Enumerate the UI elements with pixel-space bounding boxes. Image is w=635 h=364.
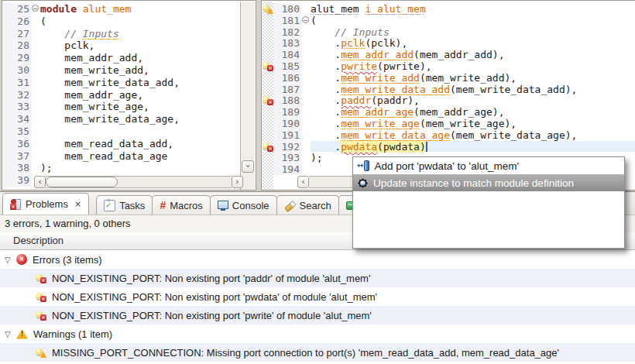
code-token: alut_mem bbox=[83, 3, 132, 15]
code-line-187[interactable]: 187 .mem_write_data_add(mem_write_data_a… bbox=[263, 84, 635, 95]
code-token: mem_write_data_age bbox=[341, 129, 450, 141]
code-line-35[interactable]: 35 bbox=[3, 125, 242, 138]
line-number: 32 bbox=[3, 89, 32, 101]
code-text: mem_read_data_add, bbox=[40, 138, 242, 150]
tab-macros[interactable]: #Macros bbox=[152, 195, 210, 215]
expander-icon[interactable]: ▽ bbox=[5, 330, 16, 338]
scroll-left-button[interactable]: ‹ bbox=[297, 176, 309, 188]
code-line-26[interactable]: 26( bbox=[3, 15, 242, 28]
add-port-icon: ↔ bbox=[357, 160, 369, 171]
quickfix-error-marker-icon[interactable]: × bbox=[263, 95, 273, 105]
error-badge-icon: × bbox=[267, 65, 273, 71]
left-editor-horizontal-scrollbar[interactable]: ‹ › bbox=[34, 176, 243, 188]
fold-column bbox=[302, 118, 311, 129]
code-token: Inputs bbox=[83, 28, 119, 39]
warning-badge-icon bbox=[267, 8, 273, 14]
gutter-annotation bbox=[263, 72, 273, 84]
tab-tasks[interactable]: ✓Tasks bbox=[96, 195, 153, 215]
quickfix-warning-marker-icon[interactable] bbox=[263, 4, 273, 14]
code-line-184[interactable]: 184 .mem_addr_add(mem_addr_add), bbox=[263, 49, 635, 60]
code-text: mem_read_data_age bbox=[40, 150, 242, 163]
line-number: 33 bbox=[3, 101, 32, 113]
expander-icon[interactable]: ▽ bbox=[5, 256, 16, 264]
code-line-192[interactable]: ×192 .pwdata(pwdata) bbox=[263, 141, 635, 153]
code-line-28[interactable]: 28 pclk, bbox=[3, 39, 242, 52]
code-line-27[interactable]: 27 // Inputs bbox=[3, 28, 242, 40]
code-line-190[interactable]: 190 .mem_write_age(mem_write_age), bbox=[263, 118, 635, 129]
code-line-191[interactable]: 191 .mem_write_data_age(mem_write_data_a… bbox=[263, 129, 635, 141]
module-definition-code[interactable]: 25−module alut_mem26(27 // Inputs28 pclk… bbox=[3, 2, 242, 189]
code-token: ( bbox=[40, 15, 46, 27]
fold-column bbox=[302, 3, 311, 15]
problems-group-row[interactable]: ▽!Warnings (1 item) bbox=[0, 325, 635, 343]
code-token: module bbox=[40, 3, 77, 15]
code-line-180[interactable]: 180alut_mem i_alut_mem bbox=[263, 3, 635, 15]
code-text: .mem_write_add(mem_write_add), bbox=[311, 72, 635, 84]
code-line-185[interactable]: ×185 .pwrite(pwrite), bbox=[263, 60, 635, 72]
problems-item-row[interactable]: ×NON_EXISTING_PORT: Non existing port 'p… bbox=[0, 269, 635, 287]
code-line-32[interactable]: 32 mem_addr_age, bbox=[3, 89, 242, 101]
code-line-189[interactable]: 189 .mem_addr_age(mem_addr_age), bbox=[263, 106, 635, 118]
code-text: ); bbox=[40, 162, 242, 174]
tab-search[interactable]: Search bbox=[276, 195, 339, 215]
fold-column bbox=[32, 64, 40, 77]
code-line-29[interactable]: 29 mem_addr_add, bbox=[3, 52, 242, 64]
code-token: paddr bbox=[341, 94, 371, 106]
quickfix-error-marker-icon[interactable]: × bbox=[263, 142, 273, 152]
code-token: // bbox=[64, 28, 82, 39]
code-token: ( bbox=[311, 15, 317, 26]
problems-group-row[interactable]: ▽×Errors (3 items) bbox=[0, 250, 635, 269]
code-line-31[interactable]: 31 mem_write_data_add, bbox=[3, 77, 242, 89]
scroll-down-button[interactable]: › bbox=[242, 160, 254, 173]
quickfix-error-marker-icon: × bbox=[36, 292, 46, 302]
code-line-181[interactable]: 181−( bbox=[263, 15, 635, 26]
code-token: ); bbox=[40, 162, 53, 173]
quickfix-error-marker-icon[interactable]: × bbox=[263, 61, 273, 71]
scroll-right-button[interactable]: › bbox=[232, 176, 243, 188]
scrollbar-thumb[interactable] bbox=[46, 177, 118, 187]
close-icon[interactable]: × bbox=[74, 199, 81, 209]
code-line-182[interactable]: 182 // Inputs bbox=[263, 26, 635, 38]
code-line-25[interactable]: 25−module alut_mem bbox=[3, 3, 242, 15]
problems-item-row[interactable]: ×NON_EXISTING_PORT: Non existing port 'p… bbox=[0, 287, 635, 306]
quickfix-label: Update instance to match module definiti… bbox=[373, 177, 574, 189]
fold-column bbox=[302, 60, 311, 72]
scroll-left-button[interactable]: ‹ bbox=[34, 176, 46, 188]
problems-item-row[interactable]: ×NON_EXISTING_PORT: Non existing port 'p… bbox=[0, 306, 635, 325]
fold-collapse-icon[interactable]: − bbox=[302, 16, 309, 23]
code-line-188[interactable]: ×188 .paddr(paddr), bbox=[263, 94, 635, 106]
code-token: mem_write_add bbox=[341, 72, 420, 84]
scrollbar-trough[interactable] bbox=[309, 176, 353, 188]
tab-problems[interactable]: ×Problems× bbox=[2, 193, 89, 215]
code-line-186[interactable]: 186 .mem_write_add(mem_write_add), bbox=[263, 72, 635, 84]
right-editor-horizontal-scrollbar[interactable]: ‹ bbox=[297, 176, 353, 188]
code-text: .pwrite(pwrite), bbox=[311, 60, 635, 72]
warning-marker-icon: ! bbox=[16, 329, 28, 339]
code-line-34[interactable]: 34 mem_write_data_age, bbox=[3, 113, 242, 125]
tab-console[interactable]: Console bbox=[210, 195, 277, 215]
left-editor-vertical-scrollbar[interactable]: › bbox=[240, 2, 255, 190]
code-token: . bbox=[311, 49, 341, 60]
code-line-38[interactable]: 38); bbox=[3, 162, 242, 174]
line-number: 192 bbox=[273, 141, 302, 153]
code-line-37[interactable]: 37 mem_read_data_age bbox=[3, 150, 242, 163]
fold-column bbox=[302, 163, 311, 175]
quickfix-item[interactable]: ↔Add port 'pwdata' to 'alut_mem' bbox=[353, 157, 624, 174]
fold-column bbox=[32, 39, 40, 52]
code-line-183[interactable]: 183 .pclk(pclk), bbox=[263, 37, 635, 49]
fold-collapse-icon[interactable]: − bbox=[32, 5, 39, 12]
code-line-36[interactable]: 36 mem_read_data_add, bbox=[3, 138, 242, 150]
line-number: 184 bbox=[273, 49, 302, 60]
quickfix-item[interactable]: MUpdate instance to match module definit… bbox=[353, 174, 624, 191]
line-number: 38 bbox=[3, 162, 32, 174]
text-cursor bbox=[426, 142, 427, 152]
fold-column: − bbox=[302, 15, 311, 26]
code-text: .paddr(paddr), bbox=[311, 94, 635, 106]
problems-item-row[interactable]: MISSING_PORT_CONNECTION: Missing port co… bbox=[0, 343, 635, 362]
gutter-annotation: × bbox=[263, 141, 273, 153]
code-line-33[interactable]: 33 mem_write_age, bbox=[3, 101, 242, 113]
scrollbar-trough[interactable] bbox=[46, 176, 232, 188]
code-line-30[interactable]: 30 mem_write_add, bbox=[3, 64, 242, 77]
code-token: ); bbox=[311, 152, 323, 163]
fold-column bbox=[302, 49, 311, 60]
